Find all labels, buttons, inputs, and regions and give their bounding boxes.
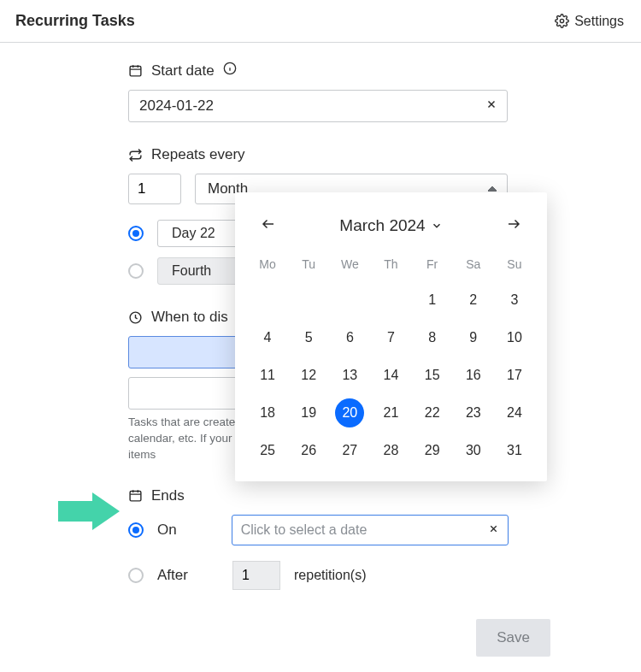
ends-after-label: After [157, 567, 219, 584]
display-label: When to dis [151, 309, 228, 326]
ends-label-row: Ends [128, 487, 509, 504]
datepicker-day[interactable]: 20 [329, 394, 370, 432]
datepicker-day[interactable]: 1 [412, 281, 453, 319]
ends-on-placeholder: Click to select a date [241, 522, 488, 538]
datepicker-month-button[interactable]: March 2024 [339, 216, 442, 235]
clear-end-date-button[interactable] [488, 522, 499, 538]
start-date-input[interactable] [128, 90, 508, 122]
datepicker-day[interactable]: 5 [288, 319, 329, 357]
close-icon [485, 98, 497, 110]
datepicker-dow: Su [494, 252, 535, 281]
datepicker-day[interactable]: 17 [494, 357, 535, 394]
ends-after-count-input[interactable] [232, 561, 280, 590]
annotation-arrow [58, 492, 120, 533]
repeat-icon [128, 148, 143, 162]
datepicker-day[interactable]: 31 [494, 432, 535, 469]
datepicker-day[interactable]: 2 [453, 281, 494, 319]
datepicker-day[interactable]: 22 [412, 394, 453, 432]
gear-icon [555, 14, 569, 28]
settings-label: Settings [574, 14, 624, 29]
ends-after-unit: repetition(s) [294, 568, 366, 583]
datepicker-day[interactable]: 10 [494, 319, 535, 357]
ends-after-radio[interactable] [128, 568, 144, 583]
repeats-label-row: Repeats every [128, 146, 509, 163]
datepicker-day[interactable]: 30 [453, 432, 494, 469]
save-button[interactable]: Save [476, 619, 550, 657]
svg-point-0 [561, 19, 564, 22]
datepicker-day-blank [288, 281, 329, 319]
repeat-option-day-button[interactable]: Day 22 [157, 220, 243, 247]
clock-icon [128, 310, 143, 325]
datepicker-day[interactable]: 16 [453, 357, 494, 394]
repeat-option-fourth-button[interactable]: Fourth [157, 257, 243, 285]
arrow-right-icon [504, 216, 523, 232]
svg-rect-4 [130, 492, 141, 501]
start-date-label: Start date [151, 62, 215, 80]
repeat-interval-input[interactable] [128, 174, 181, 204]
info-icon[interactable] [223, 62, 237, 80]
ends-on-radio[interactable] [128, 522, 144, 538]
datepicker-day[interactable]: 13 [329, 357, 370, 394]
page-header: Recurring Tasks Settings [0, 0, 641, 43]
datepicker-dow: Mo [247, 252, 288, 281]
svg-rect-1 [130, 67, 141, 76]
datepicker-day[interactable]: 7 [370, 319, 411, 357]
datepicker-next-button[interactable] [501, 213, 526, 239]
ends-on-date-input[interactable]: Click to select a date [232, 515, 509, 545]
datepicker-day[interactable]: 29 [412, 432, 453, 469]
datepicker-day[interactable]: 26 [288, 432, 329, 469]
datepicker-day[interactable]: 18 [247, 394, 288, 432]
datepicker-dow: Sa [453, 252, 494, 281]
datepicker-day-blank [329, 281, 370, 319]
datepicker-dow: Fr [412, 252, 453, 281]
ends-label: Ends [151, 487, 185, 504]
arrow-left-icon [259, 216, 278, 232]
datepicker-day[interactable]: 12 [288, 357, 329, 394]
ends-on-label: On [157, 522, 218, 539]
datepicker-day[interactable]: 27 [329, 432, 370, 469]
close-icon [488, 523, 499, 534]
page-title: Recurring Tasks [15, 12, 135, 30]
datepicker-day[interactable]: 21 [370, 394, 411, 432]
datepicker-day[interactable]: 19 [288, 394, 329, 432]
datepicker-day[interactable]: 14 [370, 357, 411, 394]
datepicker-prev-button[interactable] [256, 213, 281, 239]
datepicker-day[interactable]: 3 [494, 281, 535, 319]
datepicker-dow: We [329, 252, 370, 281]
datepicker-day[interactable]: 8 [412, 319, 453, 357]
clear-start-date-button[interactable] [484, 96, 499, 116]
datepicker-day-blank [370, 281, 411, 319]
repeat-option-fourth-radio[interactable] [128, 263, 144, 279]
datepicker-day[interactable]: 4 [247, 319, 288, 357]
datepicker-day-blank [247, 281, 288, 319]
calendar-end-icon [128, 488, 143, 503]
datepicker-day[interactable]: 15 [412, 357, 453, 394]
datepicker-day[interactable]: 28 [370, 432, 411, 469]
datepicker-day[interactable]: 11 [247, 357, 288, 394]
start-date-label-row: Start date [128, 62, 509, 80]
datepicker-day[interactable]: 23 [453, 394, 494, 432]
svg-marker-5 [58, 492, 120, 530]
datepicker-dow: Th [370, 252, 411, 281]
chevron-down-icon [431, 220, 443, 232]
calendar-icon [128, 63, 143, 78]
datepicker-day[interactable]: 25 [247, 432, 288, 469]
datepicker-dow: Tu [288, 252, 329, 281]
datepicker-day[interactable]: 9 [453, 319, 494, 357]
datepicker-month-label: March 2024 [339, 216, 425, 235]
repeat-option-day-radio[interactable] [128, 226, 144, 241]
settings-button[interactable]: Settings [555, 14, 624, 29]
datepicker-popover: March 2024 MoTuWeThFrSaSu 12345678910111… [235, 192, 547, 481]
repeats-label: Repeats every [151, 146, 245, 163]
datepicker-day[interactable]: 6 [329, 319, 370, 357]
datepicker-day[interactable]: 24 [494, 394, 535, 432]
